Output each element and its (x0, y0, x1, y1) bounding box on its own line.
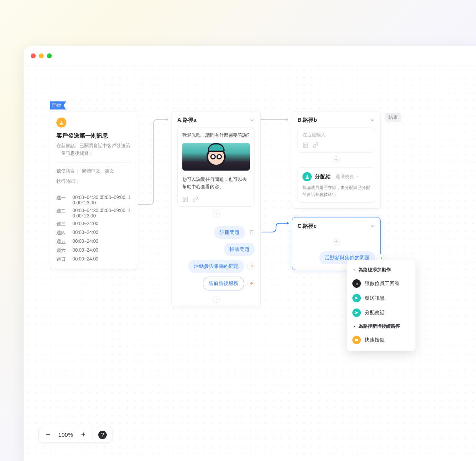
schedule-row: 週四00:00~24:00 (56, 230, 132, 236)
help-button[interactable]: ? (98, 431, 107, 439)
zoom-value: 100% (57, 431, 74, 438)
minimize-window-button[interactable] (39, 53, 44, 58)
svg-rect-9 (355, 339, 358, 341)
message-image (182, 143, 250, 171)
schedule-time: 00:00~04:30,05:00~09:00, 10:00~23:00 (73, 195, 132, 206)
trigger-card[interactable]: 客戶發送第一則訊息 在新會話、已關閉會話中客戶發送第一個訊息後觸發： 信使語言：… (50, 111, 138, 269)
schedule-row: 週二00:00~04:30,05:00~09:00, 10:00~23:00 (56, 208, 132, 219)
schedule-time: 00:00~24:00 (73, 247, 132, 254)
trash-icon[interactable] (248, 229, 255, 236)
zoom-controls: − 100% + ? (38, 427, 112, 443)
add-reply-button[interactable]: + (213, 296, 220, 303)
chevron-down-icon[interactable] (250, 118, 255, 123)
connector-a-to-c (261, 222, 293, 237)
popup-item-label: 分配會話 (365, 309, 385, 316)
path-b-title: B.路徑b (298, 117, 317, 124)
schedule-row: 週一00:00~04:30,05:00~09:00, 10:00~23:00 (56, 195, 132, 206)
quick-reply-chip[interactable]: 註冊問題 (214, 226, 245, 239)
quick-reply-chip[interactable]: 活動參與集錦的問題 (188, 260, 244, 273)
schedule-row: 週五00:00~24:00 (56, 239, 132, 245)
action-icon (352, 279, 361, 288)
schedule-time: 00:00~24:00 (73, 230, 132, 236)
zoom-in-button[interactable]: + (79, 430, 87, 439)
popup-section-actions: 為路徑添加動作 (347, 264, 415, 276)
message-input[interactable]: 在這裡輸入 (298, 128, 375, 153)
message-editor[interactable]: 歡迎光臨，請問有什麼需要諮詢? 您可以詢問任何問題，也可以去幫助中心查看內容。 (177, 128, 255, 207)
schedule-day: 週四 (56, 230, 67, 236)
assign-title: 分配給 (315, 173, 331, 180)
schedule-time: 00:00~04:30,05:00~09:00, 10:00~23:00 (73, 208, 132, 219)
popup-item-label: 快速按鈕 (365, 337, 385, 343)
action-icon (352, 336, 361, 344)
greeting-text: 歡迎光臨，請問有什麼需要諮詢? (178, 128, 255, 141)
lang-label: 信使語言： (56, 168, 79, 174)
schedule-time: 00:00~24:00 (73, 256, 132, 263)
schedule-day: 週六 (56, 247, 67, 254)
action-popup: 為路徑添加動作 讓數位員工回答發送訊息分配會話 為路徑新增後續路徑 快速按鈕 (347, 260, 415, 351)
person-icon (302, 172, 312, 181)
caret-down-icon (352, 325, 356, 328)
svg-point-6 (355, 282, 359, 286)
schedule-time: 00:00~24:00 (73, 221, 132, 227)
popup-item-label: 發送訊息 (365, 295, 385, 302)
schedule-day: 週二 (56, 208, 67, 219)
assign-description: 無論成員是否在線，未分配與已分配的會話都會被執行 (302, 184, 370, 198)
popup-action-item[interactable]: 快速按鈕 (347, 333, 415, 347)
popup-item-label: 讓數位員工回答 (365, 280, 400, 287)
assign-select[interactable]: 選擇成員 (336, 174, 359, 180)
flow-canvas[interactable]: 開始 結束 客戶發送第一則訊息 在新會話、已關閉會話中客戶發送第一個訊息後觸發： (24, 66, 476, 461)
path-a-title: A.路徑a (177, 117, 197, 124)
trigger-title: 客戶發送第一則訊息 (50, 129, 138, 142)
svg-point-7 (356, 283, 357, 284)
window-chrome (24, 46, 476, 66)
assign-block[interactable]: 分配給 選擇成員 無論成員是否在線，未分配與已分配的會話都會被執行 (298, 167, 375, 203)
svg-point-0 (61, 121, 63, 123)
arrow-right-icon[interactable] (247, 280, 255, 287)
chevron-down-icon[interactable] (370, 224, 375, 229)
maximize-window-button[interactable] (47, 53, 52, 58)
placeholder-text: 在這裡輸入 (302, 132, 370, 138)
schedule-day: 週五 (56, 239, 67, 245)
schedule-day: 週三 (56, 221, 67, 227)
schedule-day: 週一 (56, 195, 67, 206)
app-window: 開始 結束 客戶發送第一則訊息 在新會話、已關閉會話中客戶發送第一個訊息後觸發： (24, 46, 476, 461)
add-step-button[interactable]: + (213, 211, 220, 217)
link-icon[interactable] (312, 142, 319, 148)
path-a-card[interactable]: A.路徑a 歡迎光臨，請問有什麼需要諮詢? 您可以詢問任何問題，也可以去幫助中心… (172, 111, 261, 307)
close-window-button[interactable] (31, 53, 36, 58)
zoom-out-button[interactable]: − (44, 430, 52, 439)
popup-section-paths: 為路徑新增後續路徑 (347, 320, 415, 333)
lang-value: 簡體中文、英文 (82, 168, 114, 174)
path-b-card[interactable]: B.路徑b 在這裡輸入 + 分配給 選擇成員 (292, 111, 381, 209)
link-icon[interactable] (192, 196, 198, 202)
schedule-row: 週六00:00~24:00 (56, 247, 132, 254)
quick-reply-chip[interactable]: 售前售後服務 (203, 277, 244, 290)
add-step-button[interactable]: + (333, 156, 340, 163)
chevron-down-icon[interactable] (370, 118, 375, 123)
chevron-down-icon (355, 175, 359, 179)
divider (93, 431, 93, 439)
editor-toolbar (178, 193, 255, 206)
schedule-row: 週三00:00~24:00 (56, 221, 132, 227)
arrow-right-icon[interactable] (247, 262, 255, 270)
schedule-time: 00:00~24:00 (73, 239, 132, 245)
svg-point-5 (306, 175, 308, 177)
trigger-meta: 信使語言：簡體中文、英文 執行時間： (50, 163, 138, 190)
connector-a-to-b (261, 116, 293, 124)
action-icon (352, 308, 361, 317)
caret-down-icon (352, 268, 356, 272)
svg-point-4 (304, 144, 306, 145)
popup-action-item[interactable]: 分配會話 (347, 305, 415, 320)
schedule-list: 週一00:00~04:30,05:00~09:00, 10:00~23:00週二… (50, 190, 138, 269)
time-label: 執行時間： (56, 178, 79, 185)
popup-action-item[interactable]: 發送訊息 (347, 291, 415, 305)
popup-action-item[interactable]: 讓數位員工回答 (347, 276, 415, 291)
image-icon[interactable] (182, 196, 188, 202)
quick-reply-chip[interactable]: 帳號問題 (224, 243, 255, 256)
action-icon (352, 294, 361, 302)
quick-reply-list: 註冊問題帳號問題活動參與集錦的問題售前售後服務 (172, 221, 260, 292)
person-icon (56, 118, 66, 128)
image-icon[interactable] (302, 142, 309, 148)
body-text: 您可以詢問任何問題，也可以去幫助中心查看內容。 (178, 172, 255, 193)
add-step-button[interactable]: + (333, 238, 340, 245)
